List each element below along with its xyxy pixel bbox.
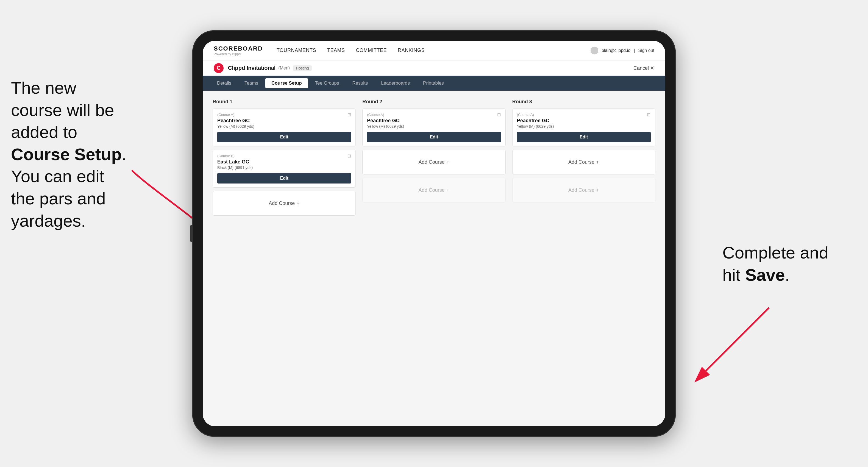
tournament-title: Clippd Invitational bbox=[228, 65, 276, 71]
round1-course-b-name: East Lake GC bbox=[217, 159, 351, 165]
round2-course-a-card: (Course A) Peachtree GC Yellow (M) (6629… bbox=[362, 108, 505, 147]
round1-course-a-info: Yellow (M) (6629 yds) bbox=[217, 124, 351, 129]
annotation-right: Complete and hit Save. bbox=[722, 242, 854, 286]
round3-add-course-label: Add Course bbox=[568, 159, 594, 165]
nav-committee[interactable]: COMMITTEE bbox=[356, 48, 387, 53]
powered-by: Powered by clippd bbox=[214, 52, 263, 56]
round2-add-course-disabled-button: Add Course + bbox=[362, 178, 505, 203]
nav-links: TOURNAMENTS TEAMS COMMITTEE RANKINGS bbox=[277, 48, 591, 53]
round3-add-course-plus: + bbox=[596, 159, 599, 165]
annotation-line-7: yardages. bbox=[11, 211, 86, 230]
round1-course-a-name: Peachtree GC bbox=[217, 118, 351, 124]
round2-course-a-name: Peachtree GC bbox=[367, 118, 501, 124]
annotation-line-3: added to bbox=[11, 123, 77, 142]
tab-bar: Details Teams Course Setup Tee Groups Re… bbox=[203, 76, 665, 91]
round1-add-course-button[interactable]: Add Course + bbox=[213, 191, 356, 216]
sub-header: C Clippd Invitational (Men) Hosting Canc… bbox=[203, 60, 665, 76]
round1-course-a-label: (Course A) bbox=[217, 113, 351, 117]
sign-out-link[interactable]: Sign out bbox=[638, 48, 654, 53]
tab-course-setup[interactable]: Course Setup bbox=[265, 78, 308, 88]
round1-course-a-edit-button[interactable]: Edit bbox=[217, 132, 351, 142]
round-2-column: Round 2 (Course A) Peachtree GC Yellow (… bbox=[362, 99, 505, 219]
annotation-line-2: course will be bbox=[11, 100, 114, 120]
round-1-label: Round 1 bbox=[213, 99, 356, 105]
round3-add-course-disabled-label: Add Course bbox=[568, 187, 594, 193]
tournament-gender: (Men) bbox=[278, 66, 290, 71]
tab-leaderboards[interactable]: Leaderboards bbox=[375, 78, 416, 88]
round1-course-b-info: Black (M) (6891 yds) bbox=[217, 165, 351, 170]
round1-course-b-card: (Course B) East Lake GC Black (M) (6891 … bbox=[213, 150, 356, 188]
nav-teams[interactable]: TEAMS bbox=[327, 48, 345, 53]
tab-details[interactable]: Details bbox=[211, 78, 237, 88]
round1-course-a-delete-icon[interactable]: ⊡ bbox=[346, 112, 352, 118]
round3-course-a-name: Peachtree GC bbox=[517, 118, 651, 124]
round-1-column: Round 1 (Course A) Peachtree GC Yellow (… bbox=[213, 99, 356, 219]
brand-name: SCOREBOARD bbox=[214, 45, 263, 52]
round-3-label: Round 3 bbox=[512, 99, 655, 105]
round2-course-a-delete-icon[interactable]: ⊡ bbox=[496, 112, 502, 118]
round1-add-course-label: Add Course bbox=[269, 200, 295, 206]
tablet-side-button bbox=[190, 225, 192, 242]
user-email: blair@clippd.io bbox=[601, 48, 630, 53]
tab-printables[interactable]: Printables bbox=[417, 78, 450, 88]
brand-logo-circle: C bbox=[214, 63, 224, 73]
round1-add-course-plus: + bbox=[297, 200, 300, 207]
rounds-container: Round 1 (Course A) Peachtree GC Yellow (… bbox=[213, 99, 655, 219]
nav-tournaments[interactable]: TOURNAMENTS bbox=[277, 48, 316, 53]
round3-add-course-disabled-button: Add Course + bbox=[512, 178, 655, 203]
round3-course-a-card: (Course A) Peachtree GC Yellow (M) (6629… bbox=[512, 108, 655, 147]
round3-course-a-info: Yellow (M) (6629 yds) bbox=[517, 124, 651, 129]
nav-rankings[interactable]: RANKINGS bbox=[398, 48, 425, 53]
round2-course-a-edit-button[interactable]: Edit bbox=[367, 132, 501, 142]
round2-add-course-plus: + bbox=[446, 159, 450, 165]
annotation-line-1: The new bbox=[11, 78, 76, 97]
annotation-line-6: the pars and bbox=[11, 189, 106, 208]
round2-add-course-disabled-label: Add Course bbox=[418, 187, 445, 193]
top-nav: SCOREBOARD Powered by clippd TOURNAMENTS… bbox=[203, 41, 665, 60]
nav-user: blair@clippd.io | Sign out bbox=[591, 47, 654, 54]
round1-course-b-delete-icon[interactable]: ⊡ bbox=[346, 153, 352, 159]
round2-add-course-disabled-plus: + bbox=[446, 187, 450, 193]
round2-course-a-label: (Course A) bbox=[367, 113, 501, 117]
tab-tee-groups[interactable]: Tee Groups bbox=[309, 78, 345, 88]
tab-results[interactable]: Results bbox=[346, 78, 374, 88]
annotation-line-5: You can edit bbox=[11, 167, 104, 186]
arrow-right bbox=[681, 302, 777, 379]
round3-course-a-label: (Course A) bbox=[517, 113, 651, 117]
cancel-button[interactable]: Cancel ✕ bbox=[633, 65, 654, 71]
round1-course-b-label: (Course B) bbox=[217, 154, 351, 158]
scoreboard-logo: SCOREBOARD Powered by clippd bbox=[214, 45, 263, 56]
tablet-frame: SCOREBOARD Powered by clippd TOURNAMENTS… bbox=[192, 30, 676, 437]
hosting-badge: Hosting bbox=[293, 65, 311, 71]
round1-course-b-edit-button[interactable]: Edit bbox=[217, 173, 351, 184]
tablet-screen: SCOREBOARD Powered by clippd TOURNAMENTS… bbox=[203, 41, 665, 426]
round-3-column: Round 3 (Course A) Peachtree GC Yellow (… bbox=[512, 99, 655, 219]
annotation-course-setup: Course Setup bbox=[11, 145, 122, 164]
round1-course-a-card: (Course A) Peachtree GC Yellow (M) (6629… bbox=[213, 108, 356, 147]
nav-separator: | bbox=[634, 48, 635, 53]
round2-add-course-label: Add Course bbox=[418, 159, 445, 165]
round2-add-course-button[interactable]: Add Course + bbox=[362, 150, 505, 175]
round3-course-a-edit-button[interactable]: Edit bbox=[517, 132, 651, 142]
round3-add-course-disabled-plus: + bbox=[596, 187, 599, 193]
user-avatar bbox=[591, 47, 598, 54]
round3-course-a-delete-icon[interactable]: ⊡ bbox=[646, 112, 652, 118]
round3-add-course-button[interactable]: Add Course + bbox=[512, 150, 655, 175]
annotation-save: Save bbox=[745, 266, 785, 284]
annotation-right-line-1: Complete and bbox=[722, 243, 829, 262]
tab-teams[interactable]: Teams bbox=[239, 78, 264, 88]
main-content: Round 1 (Course A) Peachtree GC Yellow (… bbox=[203, 91, 665, 426]
round-2-label: Round 2 bbox=[362, 99, 505, 105]
round2-course-a-info: Yellow (M) (6629 yds) bbox=[367, 124, 501, 129]
